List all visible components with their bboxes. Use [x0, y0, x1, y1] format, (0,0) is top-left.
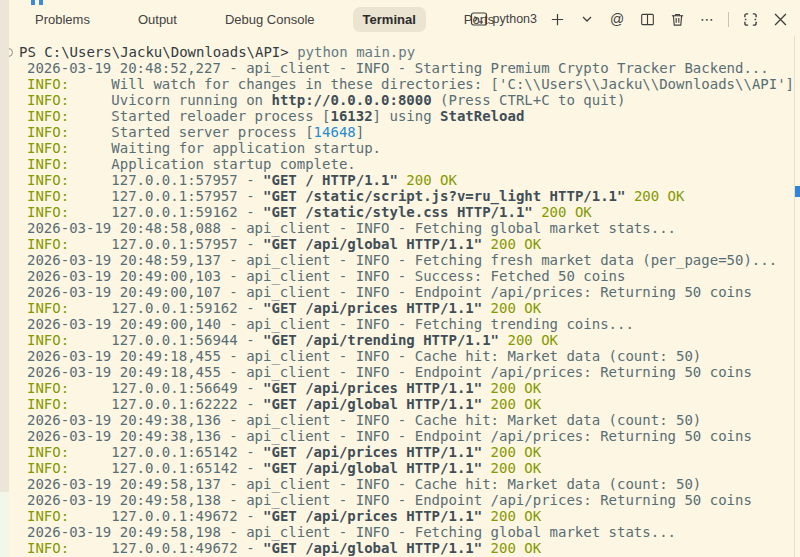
terminal-line: 2026-03-19 20:49:00,103 - api_client - I… [19, 268, 794, 284]
new-terminal-button[interactable] [547, 8, 567, 30]
terminal-line: INFO: Started reloader process [16132] u… [19, 108, 794, 124]
terminal-line: INFO: Waiting for application startup. [19, 140, 794, 156]
split-terminal-button[interactable] [637, 8, 657, 30]
terminal-line: INFO: 127.0.0.1:65142 - "GET /api/prices… [19, 444, 794, 460]
more-actions-button[interactable]: ⋯ [697, 8, 717, 30]
terminal-line: 2026-03-19 20:49:18,455 - api_client - I… [19, 348, 794, 364]
panel-left-edge [0, 0, 9, 557]
tab-problems[interactable]: Problems [25, 7, 100, 32]
terminal-line: 2026-03-19 20:49:58,198 - api_client - I… [19, 524, 794, 540]
tab-output[interactable]: Output [128, 7, 187, 32]
tab-terminal[interactable]: Terminal [353, 7, 426, 32]
panel-left-edge-highlight [0, 492, 9, 557]
terminal-icon [470, 11, 488, 27]
terminal-line: 2026-03-19 20:49:38,136 - api_client - I… [19, 412, 794, 428]
terminal-line: 2026-03-19 20:49:58,138 - api_client - I… [19, 492, 794, 508]
terminal-line: INFO: Started server process [14648] [19, 124, 794, 140]
terminal-line: 2026-03-19 20:48:52,227 - api_client - I… [19, 60, 794, 76]
terminal-line: INFO: 127.0.0.1:57957 - "GET / HTTP/1.1"… [19, 172, 794, 188]
editor-text-fragment [39, 0, 43, 5]
terminal-line: INFO: 127.0.0.1:49672 - "GET /api/global… [19, 540, 794, 556]
terminal-line: INFO: 127.0.0.1:56944 - "GET /api/trendi… [19, 332, 794, 348]
terminal-line: INFO: 127.0.0.1:65142 - "GET /api/global… [19, 460, 794, 476]
terminal-line: INFO: 127.0.0.1:56649 - "GET /api/prices… [19, 380, 794, 396]
launch-profile-dropdown[interactable] [577, 8, 597, 30]
terminal-line: INFO: Will watch for changes in these di… [19, 76, 794, 92]
terminal-line: INFO: Uvicorn running on http://0.0.0.0:… [19, 92, 794, 108]
terminal-line: PS C:\Users\Jacku\Downloads\API> python … [19, 44, 794, 60]
terminal-line: 2026-03-19 20:48:58,088 - api_client - I… [19, 220, 794, 236]
terminal-line: INFO: Application startup complete. [19, 156, 794, 172]
scrollbar-command-decoration[interactable] [795, 186, 800, 197]
terminal-line: 2026-03-19 20:49:00,107 - api_client - I… [19, 284, 794, 300]
terminal-line: 2026-03-19 20:49:00,140 - api_client - I… [19, 316, 794, 332]
terminal-line: INFO: 127.0.0.1:57957 - "GET /static/scr… [19, 188, 794, 204]
editor-text-fragment [31, 0, 35, 5]
toolbar-separator [728, 12, 729, 27]
kill-terminal-button[interactable] [667, 8, 687, 30]
terminal-line: 2026-03-19 20:49:58,137 - api_client - I… [19, 476, 794, 492]
at-icon[interactable]: @ [607, 8, 627, 30]
terminal-line: INFO: 127.0.0.1:59162 - "GET /api/prices… [19, 300, 794, 316]
active-terminal-chip[interactable]: python3 [470, 11, 537, 27]
terminal-line: INFO: 127.0.0.1:57957 - "GET /api/global… [19, 236, 794, 252]
terminal-line: INFO: 127.0.0.1:62222 - "GET /api/global… [19, 396, 794, 412]
terminal-line: 2026-03-19 20:49:18,455 - api_client - I… [19, 364, 794, 380]
terminal-line: INFO: 127.0.0.1:59162 - "GET /static/sty… [19, 204, 794, 220]
panel-right-border [794, 36, 795, 557]
maximize-panel-button[interactable] [740, 8, 760, 30]
close-panel-button[interactable] [770, 8, 790, 30]
terminal-toolbar: python3 @ ⋯ [470, 5, 790, 33]
terminal-line: 2026-03-19 20:49:38,136 - api_client - I… [19, 428, 794, 444]
terminal-line: 2026-03-19 20:48:59,137 - api_client - I… [19, 252, 794, 268]
terminal-profile-label: python3 [493, 12, 537, 26]
terminal-line: INFO: 127.0.0.1:49672 - "GET /api/prices… [19, 508, 794, 524]
terminal-output[interactable]: PS C:\Users\Jacku\Downloads\API> python … [0, 40, 794, 557]
tab-debug-console[interactable]: Debug Console [215, 7, 325, 32]
